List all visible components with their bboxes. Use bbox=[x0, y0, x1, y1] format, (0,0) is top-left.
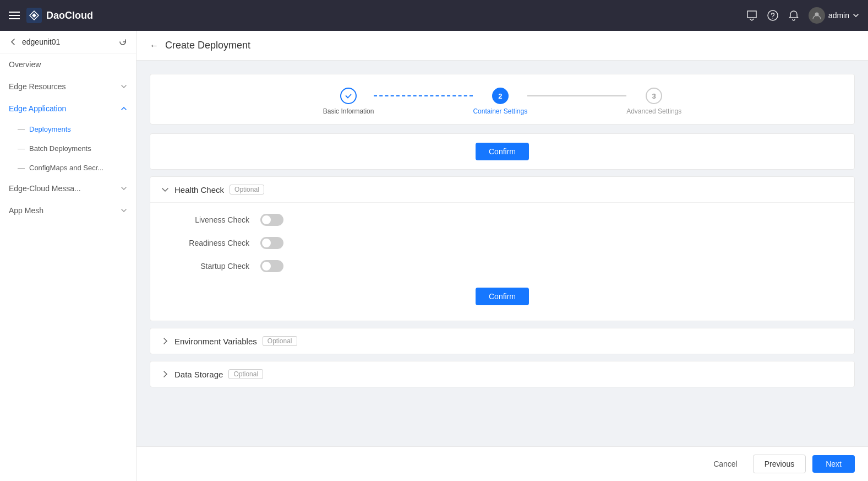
data-storage-section: Data Storage Optional bbox=[150, 361, 855, 387]
health-check-header[interactable]: Health Check Optional bbox=[150, 177, 854, 202]
readiness-slider bbox=[260, 237, 283, 249]
step1-label: Basic Information bbox=[323, 107, 374, 115]
next-button[interactable]: Next bbox=[812, 455, 855, 473]
sidebar-item-deployments[interactable]: — Deployments bbox=[0, 120, 136, 139]
user-chevron-icon bbox=[853, 12, 859, 19]
bottom-bar: Cancel Previous Next bbox=[137, 446, 868, 481]
sidebar-sub-configmaps-label: ConfigMaps and Secr... bbox=[29, 164, 103, 172]
help-icon[interactable] bbox=[767, 9, 779, 21]
startup-check-label: Startup Check bbox=[172, 262, 260, 271]
bell-icon[interactable] bbox=[788, 9, 800, 21]
app-mesh-chevron-icon bbox=[121, 207, 127, 214]
sidebar-item-edge-cloud-label: Edge-Cloud Messa... bbox=[9, 184, 81, 193]
top-confirm-button[interactable]: Confirm bbox=[476, 143, 529, 160]
sidebar-item-edge-resources[interactable]: Edge Resources bbox=[0, 75, 136, 98]
data-storage-title: Data Storage bbox=[174, 370, 223, 379]
refresh-icon[interactable] bbox=[118, 37, 127, 46]
env-vars-title: Environment Variables bbox=[174, 337, 257, 346]
step1-circle bbox=[340, 88, 357, 104]
liveness-slider bbox=[260, 214, 283, 226]
sidebar-item-app-mesh[interactable]: App Mesh bbox=[0, 199, 136, 221]
readiness-check-label: Readiness Check bbox=[172, 239, 260, 247]
startup-check-row: Startup Check bbox=[172, 260, 832, 272]
stepper-card: Basic Information 2 Container Settings bbox=[150, 74, 855, 125]
env-vars-chevron-icon bbox=[161, 337, 169, 345]
top-confirm-section: Confirm bbox=[150, 133, 855, 170]
step3-label: Advanced Settings bbox=[626, 107, 681, 115]
sidebar-item-overview-label: Overview bbox=[9, 60, 41, 69]
liveness-check-toggle[interactable] bbox=[260, 214, 283, 226]
main-body: Basic Information 2 Container Settings bbox=[137, 61, 868, 446]
sidebar-item-batch-deployments[interactable]: — Batch Deployments bbox=[0, 139, 136, 158]
step-basic-info: Basic Information bbox=[323, 88, 374, 115]
chat-icon[interactable] bbox=[746, 9, 758, 21]
sidebar-item-edge-cloud-messages[interactable]: Edge-Cloud Messa... bbox=[0, 177, 136, 199]
readiness-check-row: Readiness Check bbox=[172, 237, 832, 249]
environment-variables-section: Environment Variables Optional bbox=[150, 328, 855, 354]
sidebar-item-edge-application[interactable]: Edge Application bbox=[0, 98, 136, 120]
sidebar: edgeunit01 Overview Edge Resources Edge … bbox=[0, 31, 137, 481]
avatar bbox=[809, 7, 825, 24]
step-advanced-settings: 3 Advanced Settings bbox=[626, 88, 681, 115]
user-area[interactable]: admin bbox=[809, 7, 859, 24]
sidebar-item-configmaps[interactable]: — ConfigMaps and Secr... bbox=[0, 158, 136, 177]
edge-cloud-chevron-icon bbox=[121, 185, 127, 192]
edge-resources-chevron-icon bbox=[121, 83, 127, 90]
environment-variables-header[interactable]: Environment Variables Optional bbox=[150, 328, 854, 354]
edge-application-chevron-icon bbox=[121, 105, 127, 112]
liveness-check-row: Liveness Check bbox=[172, 214, 832, 226]
step3-circle: 3 bbox=[646, 88, 662, 104]
stepper: Basic Information 2 Container Settings bbox=[172, 88, 832, 115]
back-icon[interactable] bbox=[9, 37, 18, 46]
health-check-confirm-button[interactable]: Confirm bbox=[476, 288, 529, 305]
startup-slider bbox=[260, 260, 283, 272]
sidebar-item-app-mesh-label: App Mesh bbox=[9, 206, 43, 215]
step2-circle: 2 bbox=[492, 88, 509, 104]
logo: DaoCloud bbox=[26, 8, 93, 23]
sidebar-item-overview[interactable]: Overview bbox=[0, 53, 136, 75]
page-title: Create Deployment bbox=[165, 40, 250, 51]
topnav: DaoCloud admin bbox=[0, 0, 868, 31]
health-check-section: Health Check Optional Liveness Check bbox=[150, 176, 855, 321]
sidebar-header: edgeunit01 bbox=[0, 31, 136, 53]
svg-point-1 bbox=[768, 10, 778, 20]
sidebar-item-edge-resources-label: Edge Resources bbox=[9, 82, 66, 91]
data-storage-header[interactable]: Data Storage Optional bbox=[150, 361, 854, 387]
previous-button[interactable]: Previous bbox=[753, 455, 806, 473]
cancel-button[interactable]: Cancel bbox=[705, 455, 746, 473]
step-container-settings: 2 Container Settings bbox=[473, 88, 527, 115]
hamburger-menu[interactable] bbox=[9, 12, 20, 19]
readiness-check-toggle[interactable] bbox=[260, 237, 283, 249]
main-back-button[interactable]: ← bbox=[150, 41, 159, 51]
health-check-chevron-icon bbox=[161, 186, 169, 193]
health-check-confirm-row: Confirm bbox=[172, 283, 832, 307]
check-icon bbox=[345, 92, 352, 100]
liveness-check-label: Liveness Check bbox=[172, 215, 260, 224]
user-name: admin bbox=[828, 11, 849, 20]
step2-label: Container Settings bbox=[473, 107, 527, 115]
svg-point-2 bbox=[772, 18, 773, 19]
data-storage-chevron-icon bbox=[161, 370, 169, 378]
sidebar-sub-deployments-label: Deployments bbox=[29, 125, 71, 133]
sidebar-item-edge-application-label: Edge Application bbox=[9, 104, 66, 113]
env-vars-badge: Optional bbox=[263, 336, 297, 346]
health-check-title: Health Check bbox=[174, 185, 224, 194]
startup-check-toggle[interactable] bbox=[260, 260, 283, 272]
health-check-body: Liveness Check Readiness Check bbox=[150, 202, 854, 321]
sidebar-sub-batch-label: Batch Deployments bbox=[29, 144, 91, 153]
health-check-badge: Optional bbox=[230, 185, 264, 194]
data-storage-badge: Optional bbox=[228, 369, 263, 379]
main-header: ← Create Deployment bbox=[137, 31, 868, 61]
main-content: ← Create Deployment Basic Information bbox=[137, 31, 868, 481]
step2-number: 2 bbox=[498, 92, 502, 100]
logo-text: DaoCloud bbox=[46, 10, 93, 21]
workspace-name: edgeunit01 bbox=[22, 37, 60, 46]
step3-number: 3 bbox=[652, 92, 656, 100]
